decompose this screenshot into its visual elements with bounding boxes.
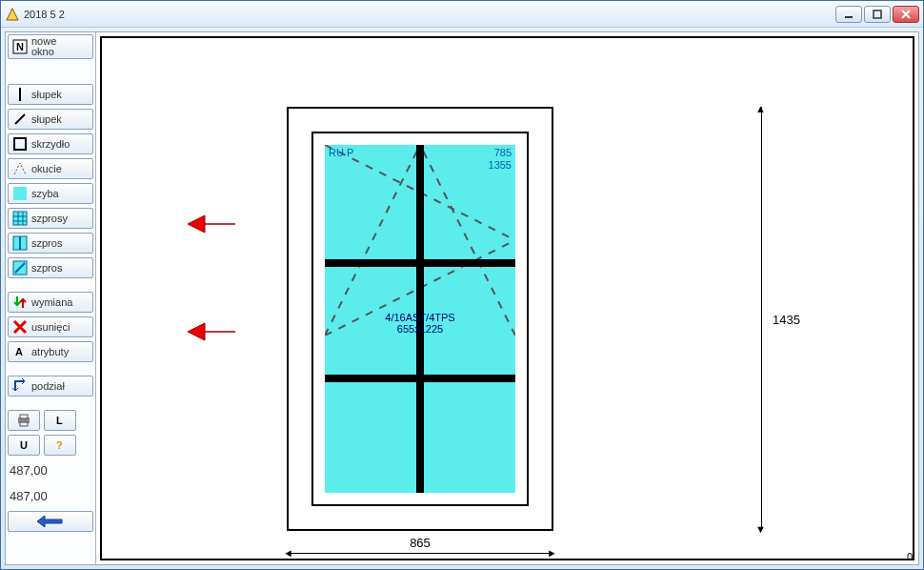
- muntin-single-icon: [12, 235, 28, 251]
- u-button[interactable]: U: [8, 435, 40, 456]
- help-icon: ?: [52, 438, 68, 453]
- mullion-d-button[interactable]: słupek: [8, 109, 93, 130]
- muntins-button[interactable]: szprosy: [8, 208, 93, 229]
- exchange-icon: [12, 295, 28, 310]
- exchange-button[interactable]: wymiana: [8, 292, 93, 313]
- muntin-single-label: szpros: [31, 237, 62, 249]
- svg-rect-20: [20, 422, 28, 426]
- delete-icon: [12, 319, 28, 335]
- sash-button[interactable]: skrzydło: [8, 133, 93, 154]
- split-icon: [12, 378, 28, 394]
- dimension-height: ▲▼ 1435: [752, 107, 809, 531]
- split-label: podział: [31, 380, 65, 392]
- mullion-v-button[interactable]: słupek: [8, 84, 93, 105]
- sash-type-label: RU P: [329, 147, 353, 158]
- corner-zero: 0: [907, 551, 913, 562]
- callout-arrow-1: [188, 212, 235, 238]
- muntins-label: szprosy: [31, 213, 68, 224]
- client-area: N nowe okno słupek słupek skrzydło okuci…: [5, 31, 919, 565]
- glass-spec: 4/16AST/4TPS: [325, 312, 515, 323]
- window: 2018 5 2 N nowe okno słupek s: [0, 0, 924, 570]
- l-button[interactable]: L: [44, 410, 76, 431]
- svg-rect-8: [13, 212, 27, 225]
- attributes-label: atrybuty: [31, 346, 69, 357]
- callout-arrow-2: [188, 319, 235, 346]
- drawing-canvas[interactable]: RU P 785 1355 4/16AST/4TPS 655x1225 865: [96, 32, 918, 564]
- sash-icon: [12, 136, 28, 152]
- window-model[interactable]: RU P 785 1355 4/16AST/4TPS 655x1225: [287, 107, 553, 531]
- minimize-button[interactable]: [835, 6, 862, 23]
- back-button[interactable]: [8, 511, 93, 532]
- new-window-button[interactable]: N nowe okno: [8, 34, 93, 59]
- svg-text:U: U: [20, 439, 28, 451]
- dimension-width-label: 865: [410, 536, 431, 550]
- app-icon: [5, 7, 20, 22]
- window-title: 2018 5 2: [24, 9, 65, 20]
- price-1: 487,00: [8, 459, 93, 481]
- mullion-v-label: słupek: [31, 89, 62, 100]
- glass-button[interactable]: szyba: [8, 183, 93, 204]
- help-button[interactable]: ?: [44, 435, 76, 456]
- delete-label: usunięci: [31, 321, 70, 333]
- glass-icon: [12, 186, 28, 201]
- mullion-d-icon: [12, 112, 28, 127]
- n-icon: N: [12, 39, 28, 54]
- svg-text:?: ?: [56, 439, 63, 451]
- muntin-diag-label: szpros: [31, 262, 62, 274]
- new-window-label: nowe okno: [31, 36, 56, 57]
- l-icon: L: [52, 413, 68, 428]
- print-button[interactable]: [8, 410, 40, 431]
- window-buttons: [835, 6, 919, 23]
- exchange-label: wymiana: [31, 296, 72, 308]
- attributes-icon: A: [12, 344, 28, 359]
- back-icon: [35, 514, 66, 529]
- svg-text:L: L: [56, 415, 63, 426]
- svg-line-26: [325, 145, 420, 336]
- muntin-horizontal-1: [325, 259, 515, 267]
- u-icon: U: [16, 438, 31, 453]
- print-icon: [16, 413, 31, 428]
- muntins-icon: [12, 211, 28, 226]
- muntin-horizontal-2: [325, 375, 515, 382]
- split-button[interactable]: podział: [8, 376, 93, 397]
- glass-spec-block: 4/16AST/4TPS 655x1225: [325, 312, 515, 335]
- glass-label: szyba: [31, 188, 59, 199]
- frame-inner: RU P 785 1355 4/16AST/4TPS 655x1225: [311, 132, 529, 506]
- svg-rect-7: [13, 187, 27, 200]
- glass-w: 785: [489, 147, 512, 159]
- sash-glass[interactable]: RU P 785 1355 4/16AST/4TPS 655x1225: [325, 145, 515, 493]
- dimension-width: 865 ◄►: [287, 538, 553, 557]
- dimension-height-label: 1435: [773, 312, 800, 326]
- muntin-diag-icon: [12, 260, 28, 275]
- muntin-diag-button[interactable]: szpros: [8, 257, 93, 278]
- maximize-button[interactable]: [864, 6, 891, 23]
- svg-text:N: N: [16, 41, 24, 52]
- svg-line-27: [420, 145, 515, 336]
- close-button[interactable]: [893, 6, 919, 23]
- fitting-button[interactable]: okucie: [8, 158, 93, 179]
- svg-rect-1: [874, 10, 881, 18]
- fitting-icon: [12, 161, 28, 176]
- muntin-single-button[interactable]: szpros: [8, 233, 93, 254]
- price-2: 487,00: [8, 485, 93, 507]
- svg-rect-6: [14, 138, 26, 150]
- mullion-v-icon: [12, 87, 28, 102]
- svg-rect-19: [20, 415, 28, 418]
- sash-glass-size: 785 1355: [489, 147, 512, 172]
- fitting-label: okucie: [31, 163, 62, 174]
- toolbox: N nowe okno słupek słupek skrzydło okuci…: [6, 32, 96, 564]
- delete-button[interactable]: usunięci: [8, 316, 93, 337]
- glass-h: 1355: [489, 159, 512, 172]
- sash-label: skrzydło: [31, 138, 70, 150]
- attributes-button[interactable]: A atrybuty: [8, 341, 93, 362]
- svg-text:A: A: [15, 346, 23, 357]
- svg-line-5: [15, 114, 25, 124]
- glass-dims: 655x1225: [325, 323, 515, 335]
- mullion-d-label: słupek: [31, 113, 62, 125]
- titlebar: 2018 5 2: [1, 1, 923, 28]
